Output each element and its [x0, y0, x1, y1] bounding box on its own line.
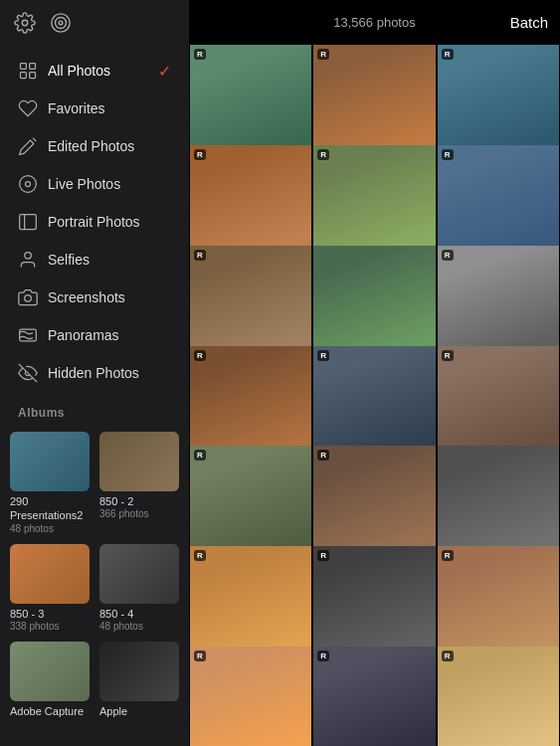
raw-badge-ph4: R [194, 149, 206, 160]
person-icon [18, 250, 38, 270]
album-thumb-5 [10, 642, 90, 701]
album-item-6[interactable]: Apple [99, 642, 179, 718]
panoramas-label: Panoramas [48, 327, 171, 343]
svg-rect-6 [21, 73, 27, 79]
svg-point-1 [52, 14, 70, 32]
sidebar-item-selfies[interactable]: Selfies [4, 241, 185, 279]
all-photos-label: All Photos [48, 63, 148, 79]
sidebar: All Photos ✓ Favorites Edited Photos Liv… [0, 0, 189, 746]
album-label-1: 290 Presentations2 [10, 494, 90, 523]
sidebar-item-panoramas[interactable]: Panoramas [4, 316, 185, 354]
photo-grid: RRRRRRRRRRRRRRRRRRR [189, 44, 560, 746]
sidebar-item-screenshots[interactable]: Screenshots [4, 279, 185, 316]
favorites-label: Favorites [48, 100, 171, 116]
sidebar-item-all-photos[interactable]: All Photos ✓ [4, 52, 185, 90]
raw-badge-ph2: R [317, 49, 329, 60]
photo-inner-ph19 [190, 647, 311, 746]
settings-icon[interactable] [14, 12, 36, 38]
svg-point-2 [56, 18, 67, 29]
svg-point-3 [59, 21, 63, 25]
photo-inner-ph21 [438, 647, 559, 746]
pencil-icon [18, 136, 38, 156]
raw-badge-ph20: R [317, 651, 329, 661]
svg-rect-5 [30, 64, 36, 70]
selfies-label: Selfies [48, 252, 171, 268]
sidebar-item-edited-photos[interactable]: Edited Photos [4, 127, 185, 165]
live-photos-label: Live Photos [48, 176, 171, 192]
album-thumb-4 [99, 544, 179, 604]
raw-badge-ph1: R [194, 49, 206, 60]
raw-badge-ph19: R [194, 651, 206, 661]
photo-inner-ph20 [313, 647, 435, 746]
albums-section-header: Albums [0, 394, 189, 426]
svg-point-10 [26, 182, 31, 187]
svg-line-8 [33, 138, 36, 141]
raw-badge-ph3: R [442, 49, 454, 60]
sidebar-item-portrait-photos[interactable]: Portrait Photos [4, 203, 185, 241]
circle-dot-icon [18, 174, 38, 194]
album-label-5: Adobe Capture [10, 704, 90, 718]
svg-rect-11 [20, 215, 37, 230]
screenshots-label: Screenshots [48, 289, 171, 305]
album-item-2[interactable]: 850 - 2 366 photos [99, 432, 179, 534]
album-label-6: Apple [99, 704, 179, 718]
photo-cell-ph20[interactable]: R [313, 647, 435, 746]
raw-badge-ph13: R [194, 450, 206, 461]
raw-badge-ph11: R [317, 350, 329, 361]
sidebar-top-icons [0, 0, 189, 50]
svg-point-13 [25, 295, 32, 302]
sidebar-item-favorites[interactable]: Favorites [4, 90, 185, 127]
album-thumb-3 [10, 544, 90, 604]
sidebar-nav: All Photos ✓ Favorites Edited Photos Liv… [0, 50, 189, 394]
batch-button[interactable]: Batch [510, 14, 548, 31]
svg-point-0 [22, 20, 28, 26]
album-count-4: 48 photos [99, 621, 179, 632]
raw-badge-ph21: R [442, 651, 454, 661]
album-thumb-6 [99, 642, 179, 701]
album-thumb-1 [10, 432, 90, 491]
svg-rect-7 [30, 73, 36, 79]
album-grid: 290 Presentations2 48 photos 850 - 2 366… [0, 426, 189, 724]
active-checkmark: ✓ [158, 62, 171, 81]
sidebar-item-hidden-photos[interactable]: Hidden Photos [4, 354, 185, 392]
grid-icon [18, 61, 38, 81]
svg-rect-4 [21, 64, 27, 70]
album-item-4[interactable]: 850 - 4 48 photos [99, 544, 179, 632]
raw-badge-ph6: R [442, 149, 454, 160]
album-thumb-2 [99, 432, 179, 491]
raw-badge-ph18: R [442, 550, 454, 561]
photo-count: 13,566 photos [333, 15, 415, 30]
raw-badge-ph10: R [194, 350, 206, 361]
raw-badge-ph7: R [194, 250, 206, 261]
sidebar-item-live-photos[interactable]: Live Photos [4, 165, 185, 203]
album-count-1: 48 photos [10, 523, 90, 534]
hidden-photos-label: Hidden Photos [48, 365, 171, 381]
svg-point-9 [20, 176, 37, 193]
album-label-4: 850 - 4 [99, 607, 179, 621]
photo-cell-ph21[interactable]: R [438, 647, 559, 746]
photo-cell-ph19[interactable]: R [190, 647, 311, 746]
album-count-2: 366 photos [99, 508, 179, 519]
eye-slash-icon [18, 363, 38, 383]
album-item-3[interactable]: 850 - 3 338 photos [10, 544, 90, 632]
box-icon [18, 212, 38, 232]
camera-icon [18, 287, 38, 307]
raw-badge-ph9: R [442, 250, 454, 261]
raw-badge-ph16: R [194, 550, 206, 561]
raw-badge-ph17: R [317, 550, 329, 561]
panorama-icon [18, 325, 38, 345]
main-header: 13,566 photos Batch [189, 0, 560, 44]
album-item-1[interactable]: 290 Presentations2 48 photos [10, 432, 90, 534]
main-area: 13,566 photos Batch RRRRRRRRRRRRRRRRRRR [189, 0, 560, 746]
svg-point-12 [25, 253, 32, 260]
album-item-5[interactable]: Adobe Capture [10, 642, 90, 718]
raw-badge-ph14: R [317, 450, 329, 461]
heart-icon [18, 98, 38, 118]
target-icon[interactable] [50, 12, 72, 38]
album-count-3: 338 photos [10, 621, 90, 632]
raw-badge-ph5: R [317, 149, 329, 160]
raw-badge-ph12: R [442, 350, 454, 361]
edited-photos-label: Edited Photos [48, 138, 171, 154]
portrait-photos-label: Portrait Photos [48, 214, 171, 230]
album-label-3: 850 - 3 [10, 607, 90, 621]
